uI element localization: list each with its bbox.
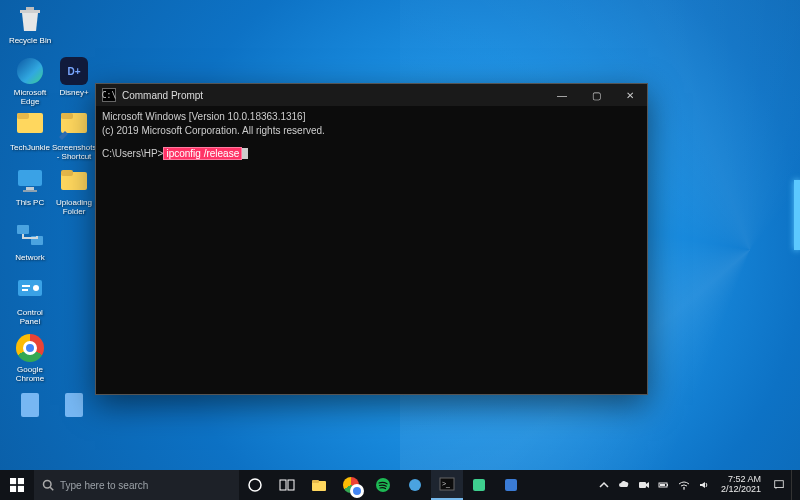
svg-rect-17	[10, 478, 16, 484]
svg-point-28	[409, 479, 421, 491]
cmd-title: Command Prompt	[122, 90, 545, 101]
disney-icon[interactable]: D+ Disney+	[52, 55, 96, 98]
svg-rect-31	[473, 479, 485, 491]
start-button[interactable]	[0, 470, 34, 500]
network-icon[interactable]: Network	[8, 220, 52, 263]
recycle-bin-icon[interactable]: Recycle Bin	[8, 3, 52, 46]
chrome-taskbar-icon[interactable]	[335, 470, 367, 500]
recycle-bin-label: Recycle Bin	[8, 37, 52, 46]
onedrive-tray-icon[interactable]	[615, 479, 633, 491]
taskbar-pinned: >_	[239, 470, 527, 500]
cmd-body[interactable]: Microsoft Windows [Version 10.0.18363.13…	[96, 106, 647, 165]
svg-rect-18	[18, 478, 24, 484]
spacer	[102, 137, 641, 147]
edge-label: Microsoft Edge	[8, 89, 52, 107]
svg-rect-16	[65, 393, 83, 417]
svg-point-8	[33, 285, 39, 291]
svg-rect-35	[667, 484, 668, 486]
techjunkie-icon[interactable]: TechJunkie	[8, 110, 52, 153]
control-panel-label: Control Panel	[8, 309, 52, 327]
cmd-line-version: Microsoft Windows [Version 10.0.18363.13…	[102, 110, 641, 124]
taskbar-green-app-icon[interactable]	[463, 470, 495, 500]
cmd-titlebar[interactable]: C:\ Command Prompt — ▢ ✕	[96, 84, 647, 106]
svg-rect-26	[312, 480, 319, 483]
svg-rect-10	[22, 289, 28, 291]
svg-rect-5	[17, 225, 29, 234]
svg-point-21	[44, 481, 52, 489]
clock-date: 2/12/2021	[721, 485, 761, 495]
stray-file-2-icon[interactable]	[52, 390, 96, 424]
svg-rect-1	[17, 113, 29, 119]
cmd-app-icon: C:\	[102, 88, 116, 102]
screenshots-shortcut-icon[interactable]: Screenshots - Shortcut	[52, 110, 96, 162]
volume-tray-icon[interactable]	[695, 479, 713, 491]
search-box[interactable]: Type here to search	[34, 470, 239, 500]
tray-chevron-up-icon[interactable]	[595, 479, 613, 491]
svg-rect-2	[18, 170, 42, 186]
uploading-folder-label: Uploading Folder	[52, 199, 96, 217]
edge-icon[interactable]: Microsoft Edge	[8, 55, 52, 107]
svg-rect-38	[775, 481, 784, 488]
action-center-icon[interactable]	[769, 479, 789, 491]
explorer-taskbar-icon[interactable]	[303, 470, 335, 500]
taskbar-blue-app-icon[interactable]	[495, 470, 527, 500]
task-view-button[interactable]	[271, 470, 303, 500]
svg-rect-20	[18, 486, 24, 492]
search-placeholder: Type here to search	[60, 480, 148, 491]
command-prompt-window[interactable]: C:\ Command Prompt — ▢ ✕ Microsoft Windo…	[95, 83, 648, 395]
svg-rect-19	[10, 486, 16, 492]
svg-rect-36	[660, 484, 665, 486]
this-pc-icon[interactable]: This PC	[8, 165, 52, 208]
svg-rect-12	[61, 113, 73, 119]
chrome-desktop-icon[interactable]: Google Chrome	[8, 332, 52, 384]
svg-rect-3	[26, 187, 34, 190]
cmd-taskbar-icon[interactable]: >_	[431, 470, 463, 500]
cortana-button[interactable]	[239, 470, 271, 500]
taskbar-clock[interactable]: 7:52 AM 2/12/2021	[715, 475, 767, 495]
chrome-label: Google Chrome	[8, 366, 52, 384]
svg-rect-15	[21, 393, 39, 417]
uploading-folder-icon[interactable]: Uploading Folder	[52, 165, 96, 217]
battery-tray-icon[interactable]	[655, 479, 673, 491]
spotify-taskbar-icon[interactable]	[367, 470, 399, 500]
svg-rect-32	[505, 479, 517, 491]
cmd-line-copyright: (c) 2019 Microsoft Corporation. All righ…	[102, 124, 641, 138]
this-pc-label: This PC	[8, 199, 52, 208]
edge-accent	[794, 180, 800, 250]
cmd-typed-command: ipconfig /release	[163, 147, 242, 160]
control-panel-icon[interactable]: Control Panel	[8, 275, 52, 327]
techjunkie-label: TechJunkie	[8, 144, 52, 153]
svg-rect-24	[288, 480, 294, 490]
svg-rect-14	[61, 170, 73, 176]
cmd-prompt-line: C:\Users\HP>ipconfig /release	[102, 147, 641, 161]
svg-rect-4	[23, 190, 37, 192]
wifi-tray-icon[interactable]	[675, 479, 693, 491]
cmd-cursor	[242, 148, 248, 159]
close-button[interactable]: ✕	[613, 84, 647, 106]
screenshots-shortcut-label: Screenshots - Shortcut	[52, 144, 96, 162]
svg-rect-23	[280, 480, 286, 490]
taskbar-app-generic-icon[interactable]	[399, 470, 431, 500]
disney-label: Disney+	[52, 89, 96, 98]
taskbar: Type here to search >_ 7:52 AM 2/12/2021	[0, 470, 800, 500]
meet-now-icon[interactable]	[635, 479, 653, 491]
minimize-button[interactable]: —	[545, 84, 579, 106]
system-tray: 7:52 AM 2/12/2021	[595, 470, 800, 500]
svg-point-22	[249, 479, 261, 491]
show-desktop-button[interactable]	[791, 470, 796, 500]
svg-rect-9	[22, 285, 30, 287]
cmd-prompt: C:\Users\HP>	[102, 148, 163, 159]
svg-point-37	[683, 488, 685, 490]
stray-file-1-icon[interactable]	[8, 390, 52, 424]
svg-text:>_: >_	[442, 480, 450, 488]
network-label: Network	[8, 254, 52, 263]
maximize-button[interactable]: ▢	[579, 84, 613, 106]
svg-rect-33	[639, 482, 646, 488]
